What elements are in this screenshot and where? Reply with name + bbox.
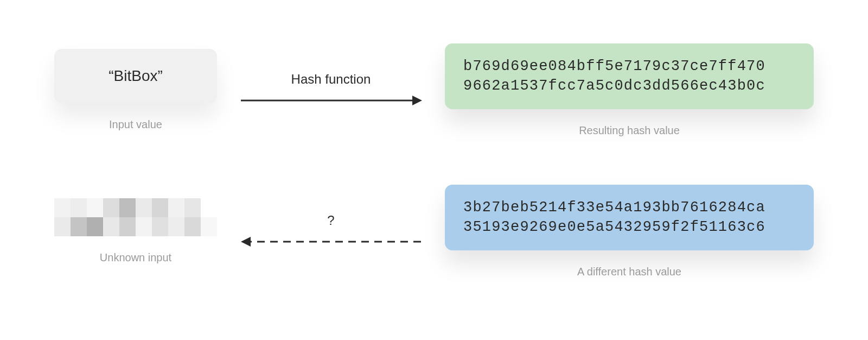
unknown-input-caption: Unknown input: [100, 251, 171, 264]
svg-rect-12: [54, 217, 71, 236]
arrow-right-icon: [239, 92, 423, 109]
svg-rect-6: [119, 198, 136, 217]
svg-marker-23: [241, 237, 251, 247]
input-value-box: “BitBox”: [54, 49, 217, 103]
svg-rect-3: [71, 198, 87, 217]
different-hash-line1: 3b27beb5214f33e54a193bb7616284ca: [463, 198, 795, 217]
hash-function-label: Hash function: [291, 72, 371, 87]
forward-hash-row: “BitBox” Input value Hash function b769d…: [0, 43, 868, 137]
forward-arrow-column: Hash function: [228, 72, 434, 109]
result-hash-box: b769d69ee084bff5e7179c37ce7ff470 9662a15…: [445, 43, 814, 109]
different-hash-box: 3b27beb5214f33e54a193bb7616284ca 35193e9…: [445, 185, 814, 250]
input-column: “BitBox” Input value: [43, 49, 228, 131]
result-hash-column: b769d69ee084bff5e7179c37ce7ff470 9662a15…: [434, 43, 825, 137]
reverse-arrow-column: ?: [228, 213, 434, 250]
svg-rect-21: [201, 217, 217, 236]
svg-rect-18: [152, 217, 168, 236]
different-hash-line2: 35193e9269e0e5a5432959f2f51163c6: [463, 217, 795, 237]
svg-rect-17: [136, 217, 152, 236]
different-hash-caption: A different hash value: [577, 266, 681, 278]
different-hash-column: 3b27beb5214f33e54a193bb7616284ca 35193e9…: [434, 185, 825, 278]
unknown-input-column: Unknown input: [43, 198, 228, 264]
svg-rect-10: [184, 198, 201, 217]
input-value-text: “BitBox”: [108, 67, 163, 85]
question-mark-label: ?: [327, 213, 334, 228]
svg-rect-20: [184, 217, 201, 236]
svg-rect-4: [87, 198, 103, 217]
svg-rect-9: [168, 198, 184, 217]
svg-rect-2: [54, 198, 71, 217]
svg-rect-8: [152, 198, 168, 217]
svg-rect-14: [87, 217, 103, 236]
svg-rect-19: [168, 217, 184, 236]
unknown-input-mosaic: [54, 198, 217, 236]
arrow-left-dashed-icon: [239, 234, 423, 250]
result-hash-line1: b769d69ee084bff5e7179c37ce7ff470: [463, 56, 795, 76]
pixelated-icon: [54, 198, 217, 236]
svg-rect-5: [103, 198, 119, 217]
svg-rect-7: [136, 198, 152, 217]
reverse-hash-row: Unknown input ? 3b27beb5214f33e54a193bb7…: [0, 185, 868, 278]
svg-rect-16: [119, 217, 136, 236]
input-caption: Input value: [109, 118, 162, 131]
svg-rect-13: [71, 217, 87, 236]
svg-rect-15: [103, 217, 119, 236]
svg-marker-1: [412, 96, 422, 105]
result-hash-caption: Resulting hash value: [579, 124, 680, 137]
result-hash-line2: 9662a1537fcc7a5c0dc3dd566ec43b0c: [463, 76, 795, 96]
svg-rect-11: [201, 198, 217, 217]
